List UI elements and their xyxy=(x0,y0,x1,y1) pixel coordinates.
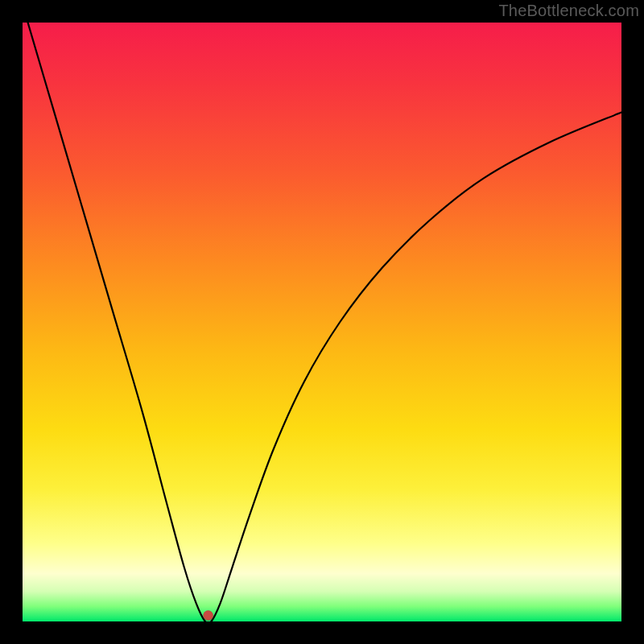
watermark-text: TheBottleneck.com xyxy=(498,2,639,20)
plot-area xyxy=(23,23,621,621)
curve-svg xyxy=(23,23,621,621)
bottleneck-curve-path xyxy=(23,5,621,624)
minimum-marker xyxy=(204,611,213,621)
chart-frame: TheBottleneck.com xyxy=(0,0,644,644)
